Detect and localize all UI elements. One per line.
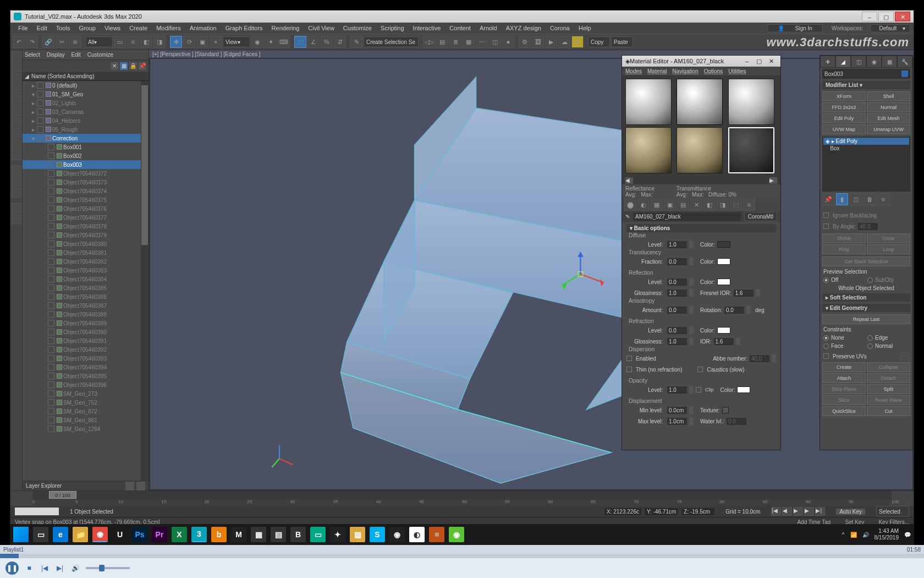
preserve-uv-check[interactable] [823,353,829,359]
explorer-pin-icon[interactable]: 📌 [139,62,146,70]
vtool-15[interactable] [12,214,21,224]
by-angle-field[interactable]: 45.0 [858,223,878,230]
object-row[interactable]: Box002 [23,151,148,160]
schematic-icon[interactable]: ◫ [489,36,501,48]
vtool-3[interactable] [12,73,21,83]
mated-menu-modes[interactable]: Modes [625,68,642,74]
layer-row[interactable]: ▸04_Helpers [23,116,148,125]
task-view-icon[interactable]: ▭ [33,527,48,542]
select-place-icon[interactable]: ⌖ [210,36,222,48]
object-row[interactable]: Object705460375 [23,195,148,204]
abbe-field[interactable]: 40.0 [750,355,769,362]
menu-rendering[interactable]: Rendering [267,25,304,31]
warning-icon[interactable]: ⚠ [571,36,584,48]
btn-normal[interactable]: Normal [867,102,910,112]
btn-slice[interactable]: Slice [822,395,866,405]
layer-row[interactable]: ▾Correction [23,134,148,143]
rollup-edit-geometry[interactable]: ▾ Edit Geometry [822,304,910,312]
menu-help[interactable]: Help [574,25,596,31]
explorer-close-icon[interactable]: ✕ [111,62,118,70]
redo-icon[interactable]: ↷ [26,36,38,48]
unreal-icon[interactable]: U [112,527,128,542]
object-row[interactable]: SM_Geo_1264 [23,424,148,433]
fresnel-field[interactable]: 1.6 [734,290,754,297]
select-move-icon[interactable]: ✥ [170,36,182,48]
copy-button[interactable]: Copy [588,36,610,47]
mod-editpoly[interactable]: ◈ ▸ Edit Poly [823,138,909,145]
refl-color-swatch[interactable] [717,279,730,285]
app-icon-1[interactable]: ▦ [251,527,266,542]
maya-icon[interactable]: M [231,527,246,542]
object-row[interactable]: Object705460376 [23,204,148,213]
object-row[interactable]: Box001 [23,143,148,151]
aniso-amount-spinner[interactable] [689,306,694,314]
opacity-clip-check[interactable] [696,387,701,392]
btn-collapse[interactable]: Collapse [867,362,910,372]
object-row[interactable]: Object705460389 [23,319,148,328]
btn-get-stack-selection[interactable]: Get Stack Selection [822,257,910,266]
select-region-icon[interactable]: ◧ [140,36,152,48]
constraint-edge-radio[interactable] [867,335,873,341]
btn-repeat-last[interactable]: Repeat Last [822,314,910,324]
menu-customize[interactable]: Customize [339,25,376,31]
object-row[interactable]: SM_Geo_752 [23,398,148,407]
object-row[interactable]: Object705460394 [23,363,148,372]
btn-ffd[interactable]: FFD 2x2x2 [822,102,866,112]
material-sample-2[interactable] [676,79,723,125]
diffuse-level-field[interactable]: 1.0 [667,241,687,248]
next-frame-icon[interactable]: ▶ [804,507,814,516]
app-icon-5[interactable]: ◐ [409,527,425,542]
select-by-name-icon[interactable]: ≡ [127,36,139,48]
object-row[interactable]: Object705460388 [23,310,148,319]
spinner-snap-icon[interactable]: ⇵ [334,36,346,48]
aniso-rot-spinner[interactable] [746,306,751,314]
btn-grow[interactable]: Grow [867,233,910,243]
explorer-footer-icon-1[interactable] [125,482,134,490]
mtb-7[interactable]: ◧ [703,199,716,211]
caustics-check[interactable] [697,367,703,372]
object-row[interactable]: Object705460380 [23,239,148,248]
use-pivot-icon[interactable]: ◉ [251,36,263,48]
system-clock[interactable]: 1:43 AM8/15/2019 [875,528,899,541]
btn-loop[interactable]: Loop [867,244,910,254]
material-type-button[interactable]: CoronaMtl [744,212,777,221]
object-row[interactable]: Object705460384 [23,275,148,283]
coord-z[interactable]: Z: -19.5cm [681,508,714,515]
align-icon[interactable]: ▤ [436,36,448,48]
menu-content[interactable]: Content [445,25,475,31]
explorer-tool-1[interactable]: ▦ [120,62,128,70]
preserve-uv-settings[interactable] [900,352,909,360]
goto-start-icon[interactable]: |◀ [771,507,781,516]
app-icon-7[interactable]: ◉ [449,527,464,542]
refr-level-field[interactable]: 0.0 [667,327,687,334]
menu-interactive[interactable]: Interactive [409,25,446,31]
sticky-notes-icon[interactable]: ▨ [350,527,365,542]
close-button[interactable]: ✕ [895,12,910,21]
diffuse-level-spinner[interactable] [689,241,694,248]
undo-icon[interactable]: ↶ [13,36,25,48]
stack-remove-icon[interactable]: 🗑 [864,193,876,205]
object-row[interactable]: Object705460385 [23,283,148,292]
percent-snap-icon[interactable]: % [321,36,333,48]
mtb-5[interactable]: ▤ [677,199,689,211]
tab-modify[interactable]: ◢ [835,56,851,68]
refl-level-spinner[interactable] [689,278,694,286]
explorer-lock-icon[interactable]: 🔒 [129,62,137,70]
mated-minimize[interactable]: – [741,58,753,64]
mtb-2[interactable]: ◐ [637,199,650,211]
media-stop-button[interactable]: ■ [24,563,34,573]
window-crossing-icon[interactable]: ◨ [153,36,166,48]
material-sample-1[interactable] [625,79,672,125]
object-row[interactable]: SM_Geo_881 [23,416,148,424]
modifier-list-dropdown[interactable]: Modifier List ▾ [822,81,910,89]
water-field[interactable]: 0.5 [727,418,746,425]
object-row[interactable]: Object705460372 [23,169,148,178]
layer-row[interactable]: ▸05_Rough [23,125,148,134]
viewport[interactable] [149,58,914,490]
object-row[interactable]: SM_Geo_872 [23,407,148,416]
disp-min-spinner[interactable] [689,406,694,414]
btn-attach[interactable]: Attach [822,373,866,383]
time-slider[interactable]: 0 / 100 [32,491,892,499]
menu-tools[interactable]: Tools [52,25,75,31]
snap-toggle-icon[interactable]: ⬚ [294,36,306,48]
